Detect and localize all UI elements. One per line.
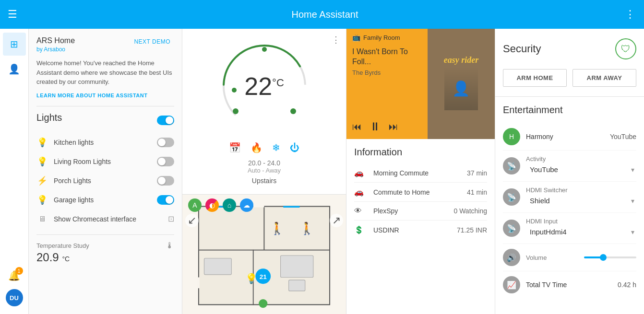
svg-point-2	[233, 108, 239, 114]
thermostat-more-icon[interactable]: ⋮	[332, 35, 340, 45]
garage-lights-toggle[interactable]	[157, 195, 174, 205]
next-demo-button[interactable]: NEXT DEMO	[130, 36, 174, 47]
info-row-morning-commute: 🚗 Morning Commute 37 min	[354, 163, 487, 183]
info-value: 0 Watching	[453, 207, 487, 215]
list-item: 💡 Living Room Lights	[36, 152, 174, 171]
entertainment-title: Entertainment	[503, 105, 636, 116]
info-value: 37 min	[467, 169, 487, 177]
floorplan-icon-blue[interactable]: ☁	[240, 198, 253, 212]
temp-unit: °C	[62, 255, 70, 263]
floorplan-icon-multi[interactable]: ◐	[205, 198, 219, 212]
floorplan-arrow-right[interactable]: ↗	[330, 214, 343, 227]
security-header: Security 🛡	[503, 38, 636, 59]
menu-icon[interactable]: ☰	[8, 8, 17, 21]
car-icon: 🚗	[354, 168, 368, 177]
toggle-knob	[166, 196, 173, 204]
dollar-icon: 💲	[354, 225, 368, 234]
hdmi-switcher-select[interactable]: Shield	[526, 194, 636, 208]
info-label: USDINR	[373, 226, 457, 234]
temp-study-label: Temperature Study	[36, 242, 89, 249]
bulb-icon: 💡	[36, 137, 48, 148]
thermostat-power-icon[interactable]: ⏻	[290, 142, 299, 153]
media-info: I Wasn't Born To Foll... The Byrds	[346, 43, 428, 116]
media-pause-button[interactable]: ⏸	[370, 120, 381, 133]
floorplan-svg: 🚶 🚶 💡 21	[182, 195, 346, 314]
arm-away-button[interactable]: ARM AWAY	[572, 69, 636, 87]
thermostat-mode: Auto - Away	[248, 167, 281, 174]
svg-rect-14	[289, 280, 305, 291]
harmony-row: H Harmony YouTube	[503, 123, 636, 151]
avatar[interactable]: DU	[6, 289, 23, 306]
harmony-icon: H	[503, 128, 520, 145]
floorplan-icon-a[interactable]: A	[188, 198, 202, 212]
volume-slider[interactable]	[584, 256, 636, 258]
hdmi-switcher-info: HDMI Switcher Shield ▾	[526, 186, 636, 208]
living-room-lights-toggle[interactable]	[157, 157, 174, 166]
hdmi-input-select[interactable]: InputHdmi4	[526, 225, 636, 239]
poster-title: easy rider	[444, 56, 478, 65]
activity-select[interactable]: YouTube	[526, 163, 636, 176]
toggle-knob	[166, 116, 173, 124]
poster-person-icon: 👤	[452, 80, 470, 97]
thermostat-temperature: 22°C	[244, 72, 284, 101]
activity-info: Activity YouTube ▾	[526, 155, 636, 176]
list-item: ⚡ Porch Lights	[36, 171, 174, 190]
media-artist: The Byrds	[352, 69, 422, 76]
lights-header: Lights	[36, 112, 174, 129]
learn-more-link[interactable]: LEARN MORE ABOUT HOME ASSISTANT	[36, 93, 174, 98]
toggle-knob	[158, 158, 166, 165]
total-tv-value: 0.42 h	[618, 281, 636, 289]
arm-home-button[interactable]: ARM HOME	[503, 69, 567, 87]
sidebar-item-home[interactable]: ⊞	[3, 33, 26, 56]
sidebar-item-person[interactable]: 👤	[3, 58, 26, 81]
info-row-usdinr: 💲 USDINR 71.25 INR	[354, 221, 487, 239]
thermostat-label: Upstairs	[252, 177, 276, 185]
notification-bell[interactable]: 🔔 1	[6, 267, 23, 284]
total-tv-row: 📈 Total TV Time 0.42 h	[503, 271, 636, 298]
thermostat-controls: 📅 🔥 ❄ ⏻	[229, 142, 299, 153]
floorplan-card: A ◐ ⌂ ☁ ↙ ↗	[182, 195, 346, 314]
info-label: Commute to Home	[373, 188, 467, 196]
media-card: 📺 Family Room easy rider 👤 I Wasn't Born…	[346, 29, 495, 139]
info-card: Information 🚗 Morning Commute 37 min 🚗 C…	[346, 139, 495, 314]
car-icon: 🚗	[354, 187, 368, 197]
ars-home-info: ARS Home by Arsaboo	[36, 36, 75, 53]
bulb-icon: 💡	[36, 156, 48, 167]
notification-badge: 1	[15, 267, 23, 275]
volume-icon: 🔊	[503, 249, 520, 266]
porch-lights-toggle[interactable]	[157, 176, 174, 186]
list-item: 💡 Garage lights	[36, 190, 174, 209]
media-prev-button[interactable]: ⏮	[352, 121, 362, 132]
thermostat-flame-icon[interactable]: 🔥	[250, 142, 262, 153]
toggle-knob	[158, 177, 166, 185]
svg-point-4	[232, 88, 237, 93]
floorplan-arrow-left[interactable]: ↙	[185, 214, 199, 227]
media-next-button[interactable]: ⏭	[389, 121, 398, 132]
right-panel: Security 🛡 ARM HOME ARM AWAY Entertainme…	[495, 29, 644, 314]
floorplan-icons-bar: A ◐ ⌂ ☁	[188, 198, 253, 212]
kitchen-lights-toggle[interactable]	[157, 138, 174, 147]
svg-point-23	[259, 299, 267, 308]
light-name: Kitchen lights	[54, 139, 157, 146]
svg-point-3	[290, 108, 296, 114]
tv-icon: 📺	[352, 34, 360, 41]
floorplan-icon-teal[interactable]: ⌂	[223, 198, 236, 212]
svg-rect-22	[283, 206, 299, 208]
temp-display: 20.9 °C	[36, 251, 174, 264]
light-name: Show Chromecast interface	[54, 215, 168, 223]
total-tv-info: Total TV Time	[526, 281, 612, 289]
thermostat-circle: 22°C	[216, 38, 312, 134]
thermostat-snowflake-icon[interactable]: ❄	[272, 142, 280, 153]
temp-study-header: Temperature Study 🌡	[36, 241, 174, 251]
info-label: Morning Commute	[373, 169, 467, 177]
info-value: 71.25 INR	[457, 226, 487, 234]
thermostat-calendar-icon[interactable]: 📅	[229, 142, 241, 153]
security-card: Security 🛡 ARM HOME ARM AWAY	[495, 29, 644, 97]
lights-main-toggle[interactable]	[157, 116, 174, 125]
entertainment-card: Entertainment H Harmony YouTube 📡 Activi…	[495, 97, 644, 314]
bulb-icon: 💡	[36, 194, 48, 206]
hdmi-input-row: 📡 HDMI Input InputHdmi4 ▾	[503, 213, 636, 244]
topbar-more-icon[interactable]: ⋮	[625, 8, 636, 21]
lights-title: Lights	[36, 112, 62, 123]
media-poster: easy rider 👤	[428, 29, 495, 139]
